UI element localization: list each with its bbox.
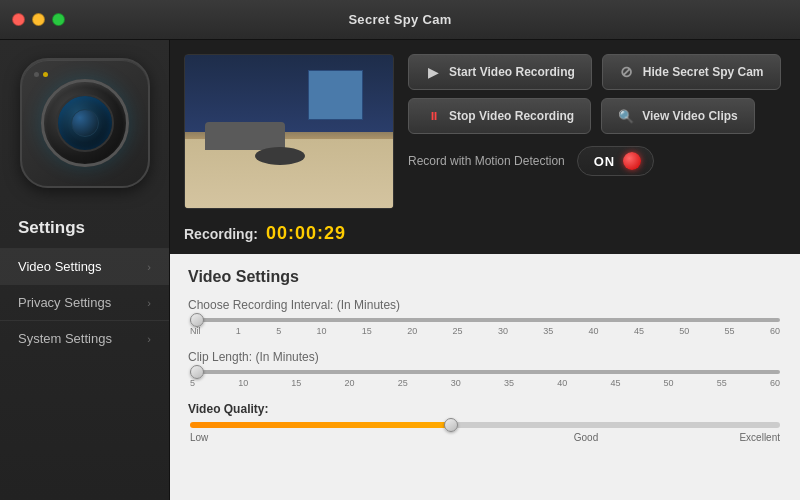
- sidebar-item-system-settings[interactable]: System Settings ›: [0, 320, 169, 356]
- clip-slider-track: [190, 370, 780, 374]
- clip-slider-container: 5 10 15 20 25 30 35 40 45 50 55 60: [188, 370, 782, 388]
- minimize-button[interactable]: [32, 13, 45, 26]
- view-clips-button[interactable]: 🔍 View Video Clips: [601, 98, 755, 134]
- interval-slider-track: [190, 318, 780, 322]
- settings-panel: Video Settings Choose Recording Interval…: [170, 254, 800, 500]
- sidebar-item-label: Privacy Settings: [18, 295, 111, 310]
- chevron-icon: ›: [147, 333, 151, 345]
- titlebar-buttons: [12, 13, 65, 26]
- sidebar-item-video-settings[interactable]: Video Settings ›: [0, 248, 169, 284]
- chevron-icon: ›: [147, 297, 151, 309]
- recording-bar: Recording: 00:00:29: [170, 217, 800, 254]
- toggle-on-text: ON: [594, 154, 616, 169]
- settings-heading: Settings: [0, 212, 169, 244]
- dot-2: [43, 72, 48, 77]
- clip-label: Clip Length: (In Minutes): [188, 350, 782, 364]
- play-icon: ▶: [425, 64, 441, 80]
- room-table: [255, 147, 305, 165]
- clip-slider-thumb[interactable]: [190, 365, 204, 379]
- toggle-dot: [623, 152, 641, 170]
- app-title: Secret Spy Cam: [348, 12, 451, 27]
- camera-status-dots: [34, 72, 48, 77]
- quality-slider-track: [190, 422, 780, 428]
- pause-icon: ⏸: [425, 108, 441, 124]
- motion-toggle[interactable]: ON: [577, 146, 655, 176]
- interval-slider-container: Nil 1 5 10 15 20 25 30 35 40 45 50 55 60: [188, 318, 782, 336]
- content-area: ▶ Start Video Recording ⊘ Hide Secret Sp…: [170, 40, 800, 500]
- maximize-button[interactable]: [52, 13, 65, 26]
- close-button[interactable]: [12, 13, 25, 26]
- recording-timer: 00:00:29: [266, 223, 346, 244]
- sidebar-item-label: Video Settings: [18, 259, 102, 274]
- room-sofa: [205, 122, 285, 150]
- quality-slider-container: Low Good Excellent: [188, 422, 782, 443]
- controls-row-1: ▶ Start Video Recording ⊘ Hide Secret Sp…: [408, 54, 786, 90]
- lens-outer: [41, 79, 129, 167]
- hide-icon: ⊘: [619, 64, 635, 80]
- lens-inner: [56, 94, 114, 152]
- motion-detection-label: Record with Motion Detection: [408, 154, 565, 168]
- interval-section: Choose Recording Interval: (In Minutes) …: [188, 298, 782, 336]
- video-preview: [184, 54, 394, 209]
- quality-section: Video Quality: Low Good Excellent: [188, 402, 782, 443]
- lens-core: [71, 109, 99, 137]
- sidebar-item-label: System Settings: [18, 331, 112, 346]
- recording-label: Recording:: [184, 226, 258, 242]
- clip-section: Clip Length: (In Minutes) 5 10 15 20 25 …: [188, 350, 782, 388]
- camera-icon: [20, 58, 150, 188]
- search-zoom-icon: 🔍: [618, 108, 634, 124]
- stop-recording-button[interactable]: ⏸ Stop Video Recording: [408, 98, 591, 134]
- settings-panel-title: Video Settings: [188, 268, 782, 286]
- video-room-bg: [185, 55, 393, 208]
- titlebar: Secret Spy Cam: [0, 0, 800, 40]
- motion-detection-row: Record with Motion Detection ON: [408, 146, 786, 176]
- clip-ticks: 5 10 15 20 25 30 35 40 45 50 55 60: [190, 378, 780, 388]
- hide-spy-cam-button[interactable]: ⊘ Hide Secret Spy Cam: [602, 54, 781, 90]
- interval-ticks: Nil 1 5 10 15 20 25 30 35 40 45 50 55 60: [190, 326, 780, 336]
- sidebar: Settings Video Settings › Privacy Settin…: [0, 40, 170, 500]
- dot-1: [34, 72, 39, 77]
- sidebar-item-privacy-settings[interactable]: Privacy Settings ›: [0, 284, 169, 320]
- main-layout: Settings Video Settings › Privacy Settin…: [0, 40, 800, 500]
- chevron-icon: ›: [147, 261, 151, 273]
- interval-label: Choose Recording Interval: (In Minutes): [188, 298, 782, 312]
- controls-row-2: ⏸ Stop Video Recording 🔍 View Video Clip…: [408, 98, 786, 134]
- quality-label: Video Quality:: [188, 402, 782, 416]
- quality-labels: Low Good Excellent: [190, 432, 780, 443]
- top-section: ▶ Start Video Recording ⊘ Hide Secret Sp…: [170, 40, 800, 217]
- start-recording-button[interactable]: ▶ Start Video Recording: [408, 54, 592, 90]
- quality-slider-thumb[interactable]: [444, 418, 458, 432]
- room-window: [308, 70, 363, 120]
- controls-panel: ▶ Start Video Recording ⊘ Hide Secret Sp…: [408, 54, 786, 209]
- interval-slider-thumb[interactable]: [190, 313, 204, 327]
